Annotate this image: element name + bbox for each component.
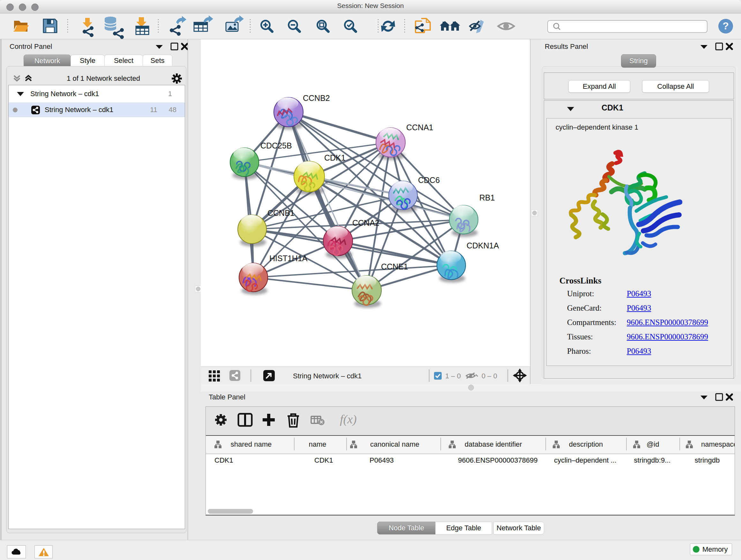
svg-text:CDC6: CDC6 <box>418 176 440 185</box>
svg-text:CCNB1: CCNB1 <box>267 208 294 217</box>
svg-text:CDK1: CDK1 <box>324 153 346 162</box>
svg-text:canonical name: canonical name <box>370 440 419 448</box>
svg-text:RB1: RB1 <box>479 193 495 202</box>
svg-text:P06493: P06493 <box>369 456 394 464</box>
svg-text:name: name <box>309 440 326 448</box>
svg-text:@id: @id <box>647 440 659 448</box>
svg-text:f(x): f(x) <box>340 413 357 426</box>
svg-text:?: ? <box>723 20 729 32</box>
svg-text:CDC25B: CDC25B <box>260 141 292 150</box>
svg-text:CDK1: CDK1 <box>314 456 333 464</box>
svg-text:CDK1: CDK1 <box>214 456 233 464</box>
svg-text:shared name: shared name <box>231 440 272 448</box>
svg-text:1 – 0: 1 – 0 <box>445 372 461 380</box>
svg-text:CCNE1: CCNE1 <box>381 262 408 271</box>
svg-text:CCNA1: CCNA1 <box>406 123 433 132</box>
svg-text:cyclin–dependent ...: cyclin–dependent ... <box>554 456 616 464</box>
svg-text:namespace: namespace <box>701 440 735 448</box>
svg-text:CCNA2: CCNA2 <box>352 219 380 227</box>
svg-text:stringdb: stringdb <box>695 456 720 464</box>
svg-text:String Network – cdk1: String Network – cdk1 <box>293 372 361 380</box>
svg-text:0 – 0: 0 – 0 <box>482 372 497 380</box>
svg-text:database identifier: database identifier <box>465 440 522 448</box>
svg-text:CDKN1A: CDKN1A <box>467 241 499 250</box>
svg-text:stringdb:9...: stringdb:9... <box>634 456 671 464</box>
svg-text:CCNB2: CCNB2 <box>303 94 330 103</box>
svg-text:HIST1H1A: HIST1H1A <box>269 254 308 263</box>
svg-text:description: description <box>569 440 603 448</box>
svg-text:9606.ENSP00000378699: 9606.ENSP00000378699 <box>458 456 538 464</box>
